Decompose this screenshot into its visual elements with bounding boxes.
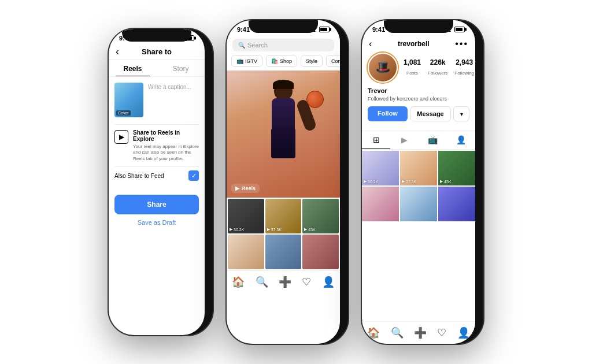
stat-following: 2,943 Following — [454, 58, 474, 77]
person-pants — [271, 129, 295, 158]
nav-heart-3[interactable]: ♡ — [437, 326, 446, 339]
reels-badge: ▶ Reels — [231, 184, 260, 193]
nav-add-3[interactable]: ➕ — [414, 326, 427, 339]
pg-badge-3: ▶ 45K — [440, 179, 451, 184]
cat-igtv[interactable]: 📺 IGTV — [231, 55, 262, 67]
search-icon: 🔍 — [238, 42, 245, 49]
pg-badge-2: ▶ 37.3K — [402, 179, 416, 184]
avatar: 🎩 — [368, 53, 398, 83]
grid-item-2[interactable]: ▶ 37.3K — [265, 199, 302, 233]
profile-grid-2[interactable]: ▶ 37.3K — [400, 151, 437, 185]
caption-input[interactable]: Write a caption... — [148, 83, 199, 90]
followed-by: Followed by kenzoere and eloears — [368, 96, 469, 102]
grid-item-6[interactable] — [302, 235, 339, 269]
save-draft-button[interactable]: Save as Draft — [114, 219, 199, 226]
share-explore-row: ▶ Share to Reels in Explore Your reel ma… — [114, 129, 199, 162]
profile-grid-3[interactable]: ▶ 45K — [438, 151, 475, 185]
following-count: 2,943 — [454, 58, 474, 66]
nav-heart-2[interactable]: ♡ — [302, 276, 311, 288]
explore-text: Share to Reels in Explore Your reel may … — [133, 129, 199, 162]
share-media-row: Cover Write a caption... — [114, 83, 199, 117]
battery-icon-2 — [319, 27, 330, 32]
profile-info: 🎩 1,081 Posts 226k Followers 2,943 Foll — [362, 53, 475, 131]
phone1-screen: 9:41 ▲ ‹ Share to — [109, 29, 205, 335]
explore-categories: 📺 IGTV 🛍️ Shop Style Comics TV & Movie — [227, 55, 340, 70]
share-thumbnail: Cover — [114, 83, 143, 117]
phone-profile: 9:41 ▲ ‹ trevorbell — [362, 20, 483, 344]
tab-reels[interactable]: Reels — [109, 60, 157, 76]
tab-grid[interactable]: ⊞ — [362, 131, 390, 149]
followers-count: 226k — [428, 58, 447, 66]
search-placeholder: Search — [247, 42, 268, 49]
profile-tabs: ⊞ ▶ 📺 👤 — [362, 131, 475, 150]
nav-home-2[interactable]: 🏠 — [232, 276, 245, 288]
basketball — [306, 91, 324, 108]
nav-profile-3[interactable]: 👤 — [457, 326, 470, 339]
share-feed-row[interactable]: Also Share to Feed ✓ — [114, 166, 199, 184]
grid-item-5[interactable] — [265, 235, 302, 269]
phone2-screen: 9:41 ▲ 🔍 Se — [227, 20, 340, 344]
person-figure — [257, 82, 309, 198]
play-badge-2: ▶ 37.3K — [267, 227, 282, 232]
posts-label: Posts — [406, 70, 418, 76]
share-tabs: Reels Story — [109, 60, 205, 77]
profile-grid-6[interactable] — [438, 187, 475, 221]
person-hair — [273, 80, 294, 89]
nav-add-2[interactable]: ➕ — [279, 276, 291, 288]
notch-3 — [384, 20, 453, 33]
bottom-nav-2: 🏠 🔍 ➕ ♡ 👤 — [227, 270, 340, 293]
tab-tagged[interactable]: 👤 — [447, 131, 475, 149]
tab-igtv[interactable]: 📺 — [419, 131, 447, 149]
following-label: Following — [454, 70, 474, 76]
cover-label: Cover — [116, 110, 131, 116]
phone3-screen: 9:41 ▲ ‹ trevorbell — [362, 20, 475, 344]
grid-item-3[interactable]: ▶ 45K — [302, 199, 339, 233]
notch-2 — [249, 20, 318, 33]
notch — [122, 29, 191, 42]
grid-item-1[interactable]: ▶ 30.2K — [228, 199, 264, 233]
profile-more-button[interactable]: ••• — [455, 39, 468, 49]
nav-search-3[interactable]: 🔍 — [391, 326, 404, 339]
igtv-icon: 📺 — [236, 58, 243, 64]
feed-toggle[interactable]: ✓ — [188, 170, 199, 181]
nav-search-2[interactable]: 🔍 — [256, 276, 268, 288]
dropdown-button[interactable]: ▾ — [453, 106, 469, 121]
tab-reels[interactable]: ▶ — [390, 131, 419, 149]
followers-label: Followers — [428, 70, 447, 76]
bottom-nav-3: 🏠 🔍 ➕ ♡ 👤 — [362, 321, 475, 344]
display-name: Trevor — [368, 87, 469, 94]
share-button[interactable]: Share — [114, 195, 199, 214]
nav-home-3[interactable]: 🏠 — [367, 326, 380, 339]
message-button[interactable]: Message — [410, 106, 451, 121]
follow-button[interactable]: Follow — [368, 106, 408, 121]
video-content — [227, 70, 340, 198]
explore-title: Share to Reels in Explore — [133, 129, 199, 142]
explore-search-bar: 🔍 Search — [227, 36, 340, 55]
profile-grid: ▶ 30.2K ▶ 37.3K ▶ 45K — [362, 151, 475, 221]
tab-story[interactable]: Story — [157, 60, 205, 76]
search-input[interactable]: 🔍 Search — [232, 39, 334, 51]
profile-top-row: 🎩 1,081 Posts 226k Followers 2,943 Foll — [368, 53, 469, 83]
cat-shop[interactable]: 🛍️ Shop — [266, 55, 297, 67]
profile-back-button[interactable]: ‹ — [369, 39, 372, 49]
play-badge-1: ▶ 30.2K — [230, 227, 244, 232]
play-badge-3: ▶ 45K — [304, 227, 315, 232]
stat-posts: 1,081 Posts — [404, 58, 421, 77]
grid-item-4[interactable] — [228, 235, 264, 269]
share-feed-label: Also Share to Feed — [114, 173, 164, 179]
share-button-area: Share Save as Draft — [109, 195, 205, 226]
cat-comics[interactable]: Comics — [326, 55, 340, 67]
profile-grid-4[interactable] — [362, 187, 399, 221]
phone-share: 9:41 ▲ ‹ Share to — [109, 29, 213, 335]
nav-profile-2[interactable]: 👤 — [322, 276, 335, 288]
profile-grid-5[interactable] — [400, 187, 437, 221]
profile-stats: 1,081 Posts 226k Followers 2,943 Followi… — [404, 58, 474, 77]
posts-count: 1,081 — [404, 58, 421, 66]
status-time-3: 9:41 — [372, 26, 385, 33]
reels-grid: ▶ 30.2K ▶ 37.3K ▶ 45K — [227, 198, 340, 270]
back-button[interactable]: ‹ — [116, 46, 119, 58]
profile-header: ‹ trevorbell ••• — [362, 36, 475, 53]
cat-style[interactable]: Style — [301, 55, 323, 67]
reels-main-video: ▶ Reels — [227, 70, 340, 198]
profile-grid-1[interactable]: ▶ 30.2K — [362, 151, 399, 185]
